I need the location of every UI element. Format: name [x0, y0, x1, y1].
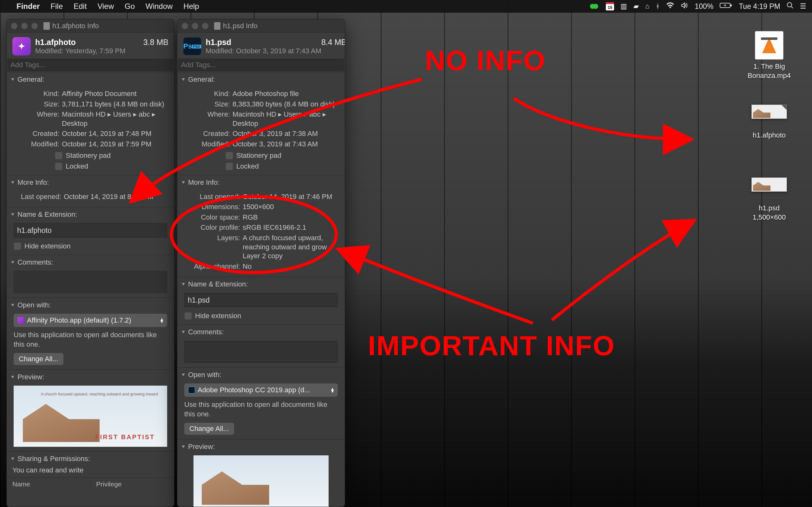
menu-go[interactable]: Go [125, 2, 135, 11]
menubar-clock[interactable]: Tue 4:19 PM [739, 2, 780, 11]
comments-textarea[interactable] [14, 271, 167, 293]
section-more-info[interactable]: More Info: [7, 175, 174, 190]
volume-icon[interactable] [681, 2, 688, 10]
size-value: 3,781,171 bytes (4.8 MB on disk) [62, 100, 167, 109]
section-preview[interactable]: Preview: [7, 370, 174, 384]
section-open-with[interactable]: Open with: [7, 298, 174, 313]
minimize-icon[interactable] [192, 23, 198, 29]
section-name-ext[interactable]: Name & Extension: [177, 277, 345, 291]
menubar: Finder File Edit View Go Window Help 15 … [0, 0, 812, 13]
close-icon[interactable] [182, 23, 188, 29]
desktop-icon-afphoto[interactable]: h1.afphoto [742, 105, 796, 140]
tags-input[interactable] [7, 59, 173, 71]
disclosure-icon [11, 78, 14, 81]
created-value: October 3, 2019 at 7:38 AM [233, 129, 338, 138]
file-name: h1.afphoto [35, 38, 143, 47]
disclosure-icon [182, 78, 185, 81]
menu-help[interactable]: Help [183, 2, 199, 11]
zoom-icon[interactable] [202, 23, 208, 29]
status-icon[interactable] [590, 3, 600, 9]
section-comments[interactable]: Comments: [177, 325, 345, 339]
stationery-checkbox[interactable] [225, 152, 233, 159]
app-icon [17, 317, 24, 324]
zoom-icon[interactable] [32, 23, 38, 29]
wifi-icon[interactable] [666, 2, 674, 10]
disclosure-icon [182, 331, 185, 333]
section-comments[interactable]: Comments: [7, 255, 174, 270]
menu-view[interactable]: View [97, 2, 114, 11]
menu-edit[interactable]: Edit [73, 2, 87, 11]
last-opened-value: October 14, 2019 at 7:46 PM [243, 192, 338, 202]
created-value: October 14, 2019 at 7:48 PM [62, 129, 167, 138]
menu-file[interactable]: File [50, 2, 63, 11]
calendar-icon[interactable]: 15 [606, 2, 614, 10]
desktop-icon-label: h1.psd [742, 204, 796, 213]
tags-input[interactable] [178, 59, 344, 71]
where-value: Macintosh HD ▸ Users ▸ abc ▸ Desktop [233, 110, 338, 128]
disclosure-icon [11, 304, 14, 306]
battery-menu-icon[interactable]: ▥ [620, 2, 627, 10]
battery-icon[interactable] [720, 2, 732, 10]
colorspace-value: RGB [243, 213, 338, 222]
bluetooth-icon[interactable]: ᚼ [656, 2, 660, 10]
desktop-icon-label: 1. The Big Bonanza.mp4 [742, 62, 796, 80]
sharing-text: You can read and write [7, 466, 174, 477]
battery-percent[interactable]: 100% [695, 2, 713, 11]
disclosure-icon [11, 261, 14, 264]
section-more-info[interactable]: More Info: [177, 175, 345, 190]
where-value: Macintosh HD ▸ Users ▸ abc ▸ Desktop [62, 110, 167, 128]
change-all-button[interactable]: Change All... [14, 353, 63, 365]
titlebar[interactable]: h1.psd Info [177, 19, 345, 33]
menu-window[interactable]: Window [146, 2, 172, 11]
open-with-select[interactable]: Affinity Photo.app (default) (1.7.2)▲▼ [14, 314, 167, 327]
preview-image: A church focused upward, reaching outwar… [14, 386, 167, 447]
disclosure-icon [182, 446, 185, 448]
stationery-checkbox[interactable] [55, 152, 62, 159]
open-with-select[interactable]: Adobe Photoshop CC 2019.app (d...▲▼ [184, 383, 338, 397]
filename-input[interactable] [14, 223, 167, 238]
disclosure-icon [11, 213, 14, 216]
change-all-button[interactable]: Change All... [184, 423, 234, 435]
locked-checkbox[interactable] [225, 163, 233, 170]
titlebar[interactable]: h1.afphoto Info [7, 19, 174, 33]
minimize-icon[interactable] [21, 23, 28, 29]
hide-ext-checkbox[interactable] [184, 312, 192, 320]
section-general[interactable]: General: [177, 72, 345, 87]
colorprofile-value: sRGB IEC61966-2.1 [243, 223, 338, 232]
desktop-icon-psd[interactable]: h1.psd 1,500×600 [742, 177, 796, 222]
filename-input[interactable] [184, 293, 338, 307]
disclosure-icon [11, 376, 14, 378]
file-type-icon: PsPSD [183, 37, 201, 55]
info-window-afphoto: h1.afphoto Info ✦ h1.afphoto Modified: Y… [6, 19, 174, 507]
file-name: h1.psd [206, 38, 321, 47]
section-preview[interactable]: Preview: [177, 440, 345, 454]
comments-textarea[interactable] [184, 341, 338, 363]
layers-value: A church focused upward, reaching outwar… [243, 233, 338, 261]
modified-line: Modified: October 3, 2019 at 7:43 AM [206, 47, 321, 55]
hide-ext-checkbox[interactable] [14, 242, 21, 250]
document-icon [44, 22, 50, 30]
svg-line-3 [791, 6, 793, 8]
control-center-icon[interactable]: ☰ [800, 2, 806, 10]
last-opened-value: October 14, 2019 at 8:06 PM [64, 192, 167, 202]
close-icon[interactable] [11, 23, 17, 29]
display-icon[interactable]: ▰ [633, 2, 639, 10]
modified-line: Modified: Yesterday, 7:59 PM [35, 47, 143, 55]
menubar-app-name[interactable]: Finder [16, 2, 40, 11]
section-general[interactable]: General: [7, 72, 174, 87]
document-icon [214, 22, 220, 30]
disclosure-icon [182, 181, 185, 184]
spotlight-icon[interactable] [786, 2, 794, 11]
info-window-psd: h1.psd Info PsPSD h1.psd Modified: Octob… [177, 19, 345, 507]
desktop-icon-label: h1.afphoto [742, 131, 796, 140]
airplay-icon[interactable]: ⌂ [645, 2, 649, 10]
size-value: 8,383,380 bytes (8.4 MB on disk) [233, 100, 338, 109]
section-sharing[interactable]: Sharing & Permissions: [7, 452, 174, 466]
locked-checkbox[interactable] [55, 163, 62, 170]
section-open-with[interactable]: Open with: [177, 368, 345, 382]
desktop-icon-dims: 1,500×600 [742, 213, 796, 222]
section-name-ext[interactable]: Name & Extension: [7, 207, 174, 222]
kind-value: Affinity Photo Document [62, 89, 167, 99]
window-title: h1.afphoto Info [52, 22, 99, 30]
desktop-icon-video[interactable]: 1. The Big Bonanza.mp4 [742, 31, 796, 80]
